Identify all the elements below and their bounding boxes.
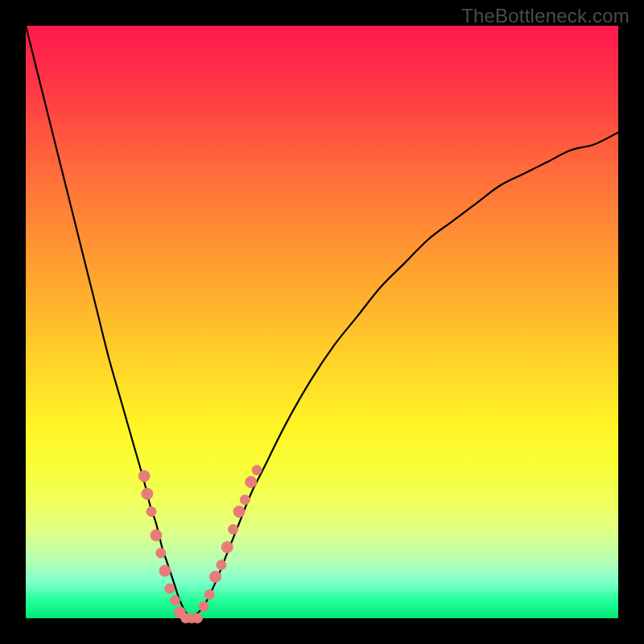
watermark-text: TheBottleneck.com: [461, 5, 630, 27]
plot-area: [26, 26, 618, 618]
chart-stage: TheBottleneck.com: [0, 0, 644, 644]
